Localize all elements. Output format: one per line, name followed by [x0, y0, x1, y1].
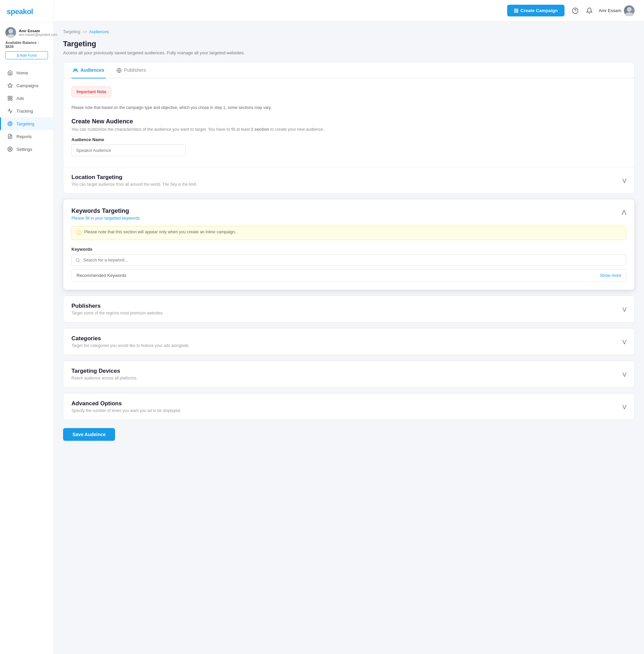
categories-sub: Target the categories you would like to …	[71, 343, 189, 348]
create-audience-sub: You can customize the characteristics of…	[71, 127, 626, 132]
svg-point-26	[76, 259, 79, 262]
topbar-user-name: Amr Essam	[599, 8, 621, 13]
tracking-icon	[7, 108, 13, 114]
sidebar-item-settings[interactable]: Settings	[0, 143, 53, 155]
publishers-card: Publishers Target some of the regions mo…	[63, 295, 635, 322]
location-chevron-down-icon: ⋁	[623, 178, 626, 183]
keyword-search-input[interactable]	[71, 254, 626, 266]
advanced-options-sub: Specify the number of times you want you…	[71, 408, 181, 413]
sidebar: speakol Amr Essam amr.essam@speakol.com …	[0, 0, 54, 654]
advanced-options-chevron-down-icon: ⋁	[623, 404, 626, 409]
sidebar-item-ads[interactable]: Ads	[0, 92, 53, 104]
keywords-info-text: Please note that this section will appea…	[84, 229, 236, 234]
svg-rect-16	[514, 11, 516, 13]
targeting-devices-card: Targeting Devices Reach audience across …	[63, 360, 635, 388]
audiences-tab-icon	[73, 67, 78, 73]
categories-header[interactable]: Categories Target the categories you wou…	[71, 335, 626, 348]
page-subtitle: Access all your previously saved targete…	[63, 50, 635, 55]
audience-name-input[interactable]	[71, 144, 185, 156]
tabs-bar: Audiences Publishers	[63, 62, 634, 78]
create-audience-title: Create New Audience	[71, 118, 626, 125]
location-targeting-section: Location Targeting You can target audien…	[63, 167, 634, 193]
breadcrumb-parent: Targeting	[63, 29, 80, 34]
save-audience-button[interactable]: Save Audeince	[63, 428, 115, 441]
sidebar-item-campaigns[interactable]: Campaigns	[0, 79, 53, 92]
keyword-search-wrapper	[71, 254, 626, 266]
sidebar-item-targeting[interactable]: Targeting	[0, 117, 53, 130]
brand-logo: speakol	[7, 7, 33, 16]
tab-audiences-label: Audiences	[80, 67, 104, 73]
svg-rect-6	[8, 99, 10, 100]
recommended-keywords-row: Recommended Keywords Show more	[71, 269, 626, 282]
add-fund-button[interactable]: $ Add Fund	[5, 51, 48, 59]
breadcrumb: Targeting >> Audiences	[63, 29, 635, 34]
keywords-targeting-card: Keywords Targeting Please fill in your t…	[63, 199, 635, 290]
advanced-options-section: Advanced Options Specify the number of t…	[63, 393, 634, 420]
help-icon[interactable]	[571, 6, 580, 16]
advanced-options-card: Advanced Options Specify the number of t…	[63, 393, 635, 420]
topbar-avatar	[624, 5, 635, 16]
user-name: Amr Essam	[19, 29, 58, 33]
svg-point-19	[627, 7, 631, 12]
svg-point-12	[9, 148, 11, 150]
keywords-sub: Please fill in your targetted keywords.	[71, 216, 141, 221]
page-body: Targeting >> Audiences Targeting Access …	[54, 21, 644, 654]
svg-point-0	[8, 29, 13, 33]
topbar-user[interactable]: Amr Essam	[599, 5, 635, 16]
create-campaign-label: Create Campaign	[521, 8, 558, 13]
recommended-keywords-label: Recommended Keywords	[76, 273, 127, 278]
sidebar-item-label-settings: Settings	[17, 147, 32, 152]
sidebar-item-label-tracking: Tracking	[17, 108, 33, 114]
location-targeting-info: Location Targeting You can target audien…	[71, 174, 197, 187]
user-email: amr.essam@speakol.com	[19, 33, 58, 37]
breadcrumb-current: Audiences	[89, 29, 109, 34]
tab-audiences[interactable]: Audiences	[71, 62, 106, 78]
keywords-info-banner: ⓘ Please note that this section will app…	[71, 226, 626, 240]
targeting-devices-header[interactable]: Targeting Devices Reach audience across …	[71, 368, 626, 381]
svg-point-8	[9, 122, 12, 125]
advanced-options-title: Advanced Options	[71, 400, 181, 407]
advanced-options-header[interactable]: Advanced Options Specify the number of t…	[71, 400, 626, 413]
publishers-title: Publishers	[71, 303, 164, 309]
publishers-header[interactable]: Publishers Target some of the regions mo…	[71, 303, 626, 315]
logo-area: speakol	[0, 0, 53, 22]
advanced-options-info: Advanced Options Specify the number of t…	[71, 400, 181, 413]
create-campaign-button[interactable]: Create Campaign	[507, 5, 565, 17]
card-body: Important Note Please note that based on…	[63, 78, 634, 167]
topbar-icons: Amr Essam	[571, 5, 635, 16]
home-icon	[7, 70, 13, 76]
show-more-button[interactable]: Show more	[600, 273, 621, 278]
targeting-devices-info: Targeting Devices Reach audience across …	[71, 368, 138, 381]
notification-icon[interactable]	[584, 6, 594, 16]
targeting-devices-section: Targeting Devices Reach audience across …	[63, 361, 634, 387]
user-section: Amr Essam amr.essam@speakol.com Availabl…	[0, 22, 53, 63]
targeting-devices-chevron-down-icon: ⋁	[623, 371, 626, 377]
keywords-chevron-up-icon[interactable]: ⋀	[622, 209, 626, 215]
topbar: Create Campaign Amr Essam	[54, 0, 644, 21]
create-audience-section: Create New Audience You can customize th…	[71, 118, 626, 156]
svg-point-20	[625, 13, 633, 16]
search-icon	[75, 257, 80, 263]
publishers-chevron-down-icon: ⋁	[623, 307, 626, 312]
important-note-text: Please note that based on the campaign t…	[71, 105, 626, 110]
avatar	[5, 27, 16, 38]
tab-publishers-label: Publishers	[124, 67, 146, 73]
sidebar-item-home[interactable]: Home	[0, 66, 53, 79]
audience-name-label: Audience Name	[71, 137, 626, 142]
sidebar-item-reports[interactable]: Reports	[0, 130, 53, 143]
svg-rect-3	[8, 96, 10, 98]
keywords-title: Keywords Targeting	[71, 208, 141, 215]
categories-card: Categories Target the categories you wou…	[63, 328, 635, 355]
info-circle-icon: ⓘ	[76, 230, 82, 236]
categories-info: Categories Target the categories you wou…	[71, 335, 189, 348]
important-note-box: Important Note	[71, 87, 111, 97]
sidebar-item-label-home: Home	[17, 70, 28, 75]
publishers-section: Publishers Target some of the regions mo…	[63, 296, 634, 322]
svg-rect-5	[10, 99, 12, 100]
location-targeting-header[interactable]: Location Targeting You can target audien…	[71, 174, 626, 187]
keywords-field-label: Keywords	[71, 247, 626, 252]
balance-row: Available Balance : $839	[5, 41, 48, 49]
tab-publishers[interactable]: Publishers	[115, 62, 147, 78]
sidebar-item-tracking[interactable]: Tracking	[0, 104, 53, 117]
breadcrumb-separator: >>	[82, 29, 87, 34]
